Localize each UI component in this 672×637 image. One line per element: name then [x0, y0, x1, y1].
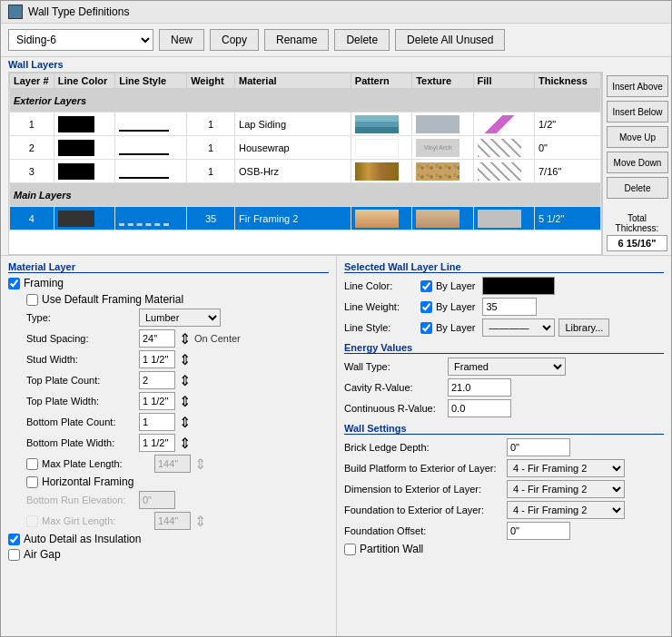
- col-pattern: Pattern: [351, 74, 411, 89]
- cell-texture: [412, 160, 473, 183]
- spinner-top-plate-count[interactable]: ⇕: [179, 372, 191, 389]
- bottom-plate-width-input[interactable]: [139, 434, 175, 452]
- framing-checkbox[interactable]: [8, 278, 20, 289]
- spinner-top-plate-width[interactable]: ⇕: [179, 393, 191, 410]
- cell-thickness: 1/2": [534, 113, 600, 136]
- spinner-bottom-plate-count[interactable]: ⇕: [179, 414, 191, 431]
- wall-type-dropdown[interactable]: Siding-6: [8, 29, 153, 51]
- cavity-r-input[interactable]: [448, 378, 511, 397]
- brick-ledge-input[interactable]: [507, 438, 570, 456]
- table-row-selected[interactable]: 4 35 Fir Framing 2: [10, 207, 601, 230]
- top-plate-count-label: Top Plate Count:: [26, 375, 135, 386]
- line-weight-bylayer-checkbox[interactable]: [420, 301, 432, 313]
- bottom-run-elevation-input: [139, 491, 175, 509]
- build-platform-row: Build Platform to Exterior of Layer: 4 -…: [344, 459, 664, 477]
- line-color-swatch[interactable]: [482, 277, 555, 295]
- stud-width-input[interactable]: [139, 350, 175, 368]
- bottom-plate-count-input[interactable]: [139, 413, 175, 431]
- build-platform-select[interactable]: 4 - Fir Framing 2: [507, 459, 625, 477]
- max-girt-length-checkbox: [26, 515, 38, 527]
- move-down-button[interactable]: Move Down: [607, 152, 668, 173]
- material-layer-panel: Material Layer Framing Use Default Frami…: [1, 256, 337, 636]
- max-plate-length-input[interactable]: [154, 455, 191, 473]
- total-thickness-label: Total Thickness:: [607, 213, 667, 233]
- dimension-label: Dimension to Exterior of Layer:: [344, 484, 503, 495]
- stud-width-row: Stud Width: ⇕: [26, 350, 329, 368]
- stud-spacing-row: Stud Spacing: ⇕ On Center: [26, 329, 329, 348]
- dimension-row: Dimension to Exterior of Layer: 4 - Fir …: [344, 480, 664, 498]
- spinner-max-plate-length[interactable]: ⇕: [194, 456, 206, 473]
- line-color-bylayer-checkbox[interactable]: [420, 280, 432, 292]
- air-gap-label: Air Gap: [24, 548, 61, 561]
- line-style-bylayer-checkbox[interactable]: [420, 322, 432, 334]
- spinner-stud-width[interactable]: ⇕: [179, 351, 191, 368]
- cell-pattern: [351, 113, 411, 136]
- rename-button[interactable]: Rename: [264, 29, 329, 51]
- air-gap-checkbox[interactable]: [8, 549, 20, 561]
- continuous-r-input[interactable]: [448, 399, 511, 417]
- line-style-select[interactable]: ————: [482, 318, 555, 337]
- table-actions-panel: Insert Above Insert Below Move Up Move D…: [602, 72, 671, 255]
- cell-material: Lap Siding: [235, 113, 351, 136]
- col-weight: Weight: [187, 74, 235, 89]
- settings-panel: Selected Wall Layer Line Line Color: By …: [337, 256, 671, 636]
- horizontal-framing-checkbox[interactable]: [26, 476, 38, 488]
- foundation-select[interactable]: 4 - Fir Framing 2: [507, 501, 625, 519]
- top-plate-count-input[interactable]: [139, 371, 175, 389]
- spinner-bottom-plate-width[interactable]: ⇕: [179, 435, 191, 452]
- cavity-r-label: Cavity R-Value:: [344, 382, 444, 393]
- cell-weight: 1: [187, 113, 235, 136]
- wall-layers-table: Layer # Line Color Line Style Weight Mat…: [9, 73, 601, 230]
- foundation-offset-input[interactable]: [507, 522, 570, 540]
- new-button[interactable]: New: [159, 29, 204, 51]
- insert-below-button[interactable]: Insert Below: [607, 101, 668, 122]
- delete-all-button[interactable]: Delete All Unused: [395, 29, 505, 51]
- max-plate-length-checkbox[interactable]: [26, 458, 38, 470]
- library-button[interactable]: Library...: [558, 318, 609, 337]
- delete-layer-button[interactable]: Delete: [607, 177, 668, 199]
- window-icon: [8, 5, 23, 19]
- cell-texture: [412, 207, 473, 230]
- cell-material: Fir Framing 2: [235, 207, 351, 230]
- stud-spacing-input[interactable]: [139, 329, 175, 348]
- air-gap-row: Air Gap: [8, 548, 329, 561]
- title-bar: Wall Type Definitions: [1, 1, 671, 24]
- insert-above-button[interactable]: Insert Above: [607, 75, 668, 97]
- cell-style: [115, 113, 187, 136]
- col-line-style: Line Style: [115, 74, 187, 89]
- delete-button[interactable]: Delete: [334, 29, 390, 51]
- spinner-stud-spacing[interactable]: ⇕: [179, 330, 191, 348]
- wall-type-row: Wall Type: Framed: [344, 358, 664, 376]
- cell-layer: 1: [10, 113, 54, 136]
- bottom-plate-count-label: Bottom Plate Count:: [26, 416, 135, 427]
- table-row[interactable]: 3 1 OSB-Hrz 7/1: [10, 160, 601, 183]
- wall-layers-header: Wall Layers: [1, 57, 671, 72]
- foundation-label: Foundation to Exterior of Layer:: [344, 505, 503, 515]
- cell-weight: 1: [187, 136, 235, 160]
- table-row[interactable]: 1 1 Lap Siding: [10, 113, 601, 136]
- wall-settings-section: Wall Settings Brick Ledge Depth: Build P…: [344, 423, 664, 555]
- bottom-plate-count-row: Bottom Plate Count: ⇕: [26, 413, 329, 431]
- auto-detail-checkbox[interactable]: [8, 534, 20, 545]
- use-default-label: Use Default Framing Material: [42, 293, 183, 306]
- copy-button[interactable]: Copy: [210, 29, 259, 51]
- cell-pattern: [351, 160, 411, 183]
- wall-type-select[interactable]: Framed: [448, 358, 566, 376]
- dimension-select[interactable]: 4 - Fir Framing 2: [507, 480, 625, 498]
- type-select[interactable]: Lumber: [139, 309, 221, 327]
- line-weight-label: Line Weight:: [344, 301, 417, 312]
- col-texture: Texture: [412, 74, 473, 89]
- auto-detail-row: Auto Detail as Insulation: [8, 533, 329, 545]
- stud-width-label: Stud Width:: [26, 354, 135, 365]
- cell-color: [54, 136, 114, 160]
- bottom-plate-width-row: Bottom Plate Width: ⇕: [26, 434, 329, 452]
- line-weight-row: Line Weight: By Layer: [344, 298, 664, 316]
- line-weight-input[interactable]: [482, 298, 537, 316]
- partition-wall-checkbox[interactable]: [344, 544, 356, 555]
- move-up-button[interactable]: Move Up: [607, 126, 668, 148]
- table-row[interactable]: 2 1 Housewrap Vinyl Arch: [10, 136, 601, 160]
- use-default-checkbox[interactable]: [26, 294, 38, 306]
- top-plate-width-input[interactable]: [139, 392, 175, 410]
- window-title: Wall Type Definitions: [28, 5, 129, 18]
- bottom-plate-width-label: Bottom Plate Width:: [26, 437, 135, 448]
